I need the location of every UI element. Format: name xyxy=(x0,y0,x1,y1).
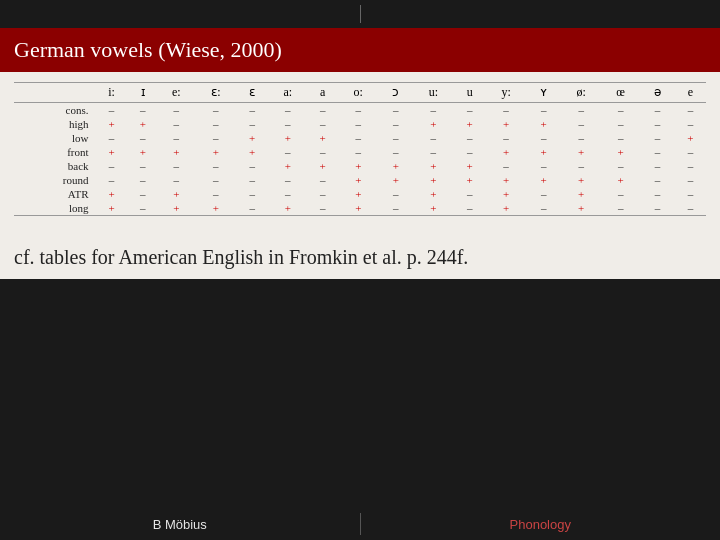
table-section: i:ɪe:ɛ:ɛa:ao:ɔu:uy:ʏø:œəe cons.–––––––––… xyxy=(0,72,720,226)
table-cell: + xyxy=(338,187,378,201)
table-cell: + xyxy=(413,173,453,187)
table-cell: – xyxy=(561,117,601,131)
table-cell: + xyxy=(486,145,526,159)
title-bar: German vowels (Wiese, 2000) xyxy=(0,28,720,72)
table-cell: – xyxy=(675,145,706,159)
table-cell: + xyxy=(601,173,640,187)
table-cell: + xyxy=(561,145,601,159)
table-cell: + xyxy=(453,173,486,187)
table-col-header: u: xyxy=(413,83,453,103)
table-row: back–––––++++++–––––– xyxy=(14,159,706,173)
table-row: high++–––––––++++–––– xyxy=(14,117,706,131)
table-cell: – xyxy=(157,159,196,173)
table-cell: – xyxy=(307,187,338,201)
table-cell: – xyxy=(526,159,561,173)
table-cell: + xyxy=(268,201,307,216)
table-cell: + xyxy=(268,131,307,145)
table-row: low––––+++–––––––––+ xyxy=(14,131,706,145)
table-cell: + xyxy=(236,131,269,145)
table-cell: – xyxy=(307,117,338,131)
table-cell: – xyxy=(236,103,269,118)
table-cell: + xyxy=(338,201,378,216)
table-cell: + xyxy=(157,187,196,201)
table-cell: + xyxy=(413,117,453,131)
table-cell: + xyxy=(196,145,236,159)
table-cell: – xyxy=(157,103,196,118)
row-label: ATR xyxy=(14,187,95,201)
table-cell: + xyxy=(268,159,307,173)
table-cell: – xyxy=(268,187,307,201)
table-cell: + xyxy=(196,201,236,216)
table-cell: – xyxy=(640,201,675,216)
row-label: round xyxy=(14,173,95,187)
top-bar xyxy=(0,0,720,28)
table-cell: + xyxy=(486,201,526,216)
table-cell: – xyxy=(129,131,157,145)
table-cell: – xyxy=(640,131,675,145)
table-cell: + xyxy=(378,159,413,173)
table-cell: + xyxy=(95,201,129,216)
table-cell: – xyxy=(601,131,640,145)
table-cell: – xyxy=(307,103,338,118)
table-cell: – xyxy=(95,131,129,145)
table-cell: + xyxy=(526,145,561,159)
table-cell: + xyxy=(129,117,157,131)
table-col-header: o: xyxy=(338,83,378,103)
table-col-header: a: xyxy=(268,83,307,103)
table-cell: – xyxy=(338,103,378,118)
table-col-header: ø: xyxy=(561,83,601,103)
table-cell: – xyxy=(196,103,236,118)
table-cell: – xyxy=(675,173,706,187)
table-cell: + xyxy=(338,159,378,173)
table-cell: + xyxy=(378,173,413,187)
table-cell: – xyxy=(640,159,675,173)
table-cell: – xyxy=(95,159,129,173)
table-cell: – xyxy=(129,187,157,201)
table-cell: – xyxy=(196,187,236,201)
table-cell: – xyxy=(640,187,675,201)
table-cell: – xyxy=(378,145,413,159)
row-label: low xyxy=(14,131,95,145)
table-cell: – xyxy=(413,131,453,145)
table-cell: – xyxy=(157,173,196,187)
table-row: long+–++–+–+–+–+–+––– xyxy=(14,201,706,216)
table-cell: – xyxy=(268,117,307,131)
table-cell: + xyxy=(95,117,129,131)
table-cell: – xyxy=(561,159,601,173)
table-cell: + xyxy=(486,117,526,131)
table-row: round–––––––++++++++–– xyxy=(14,173,706,187)
table-cell: + xyxy=(95,187,129,201)
table-col-header: ə xyxy=(640,83,675,103)
table-cell: – xyxy=(378,103,413,118)
table-cell: – xyxy=(95,103,129,118)
table-cell: + xyxy=(236,145,269,159)
table-cell: + xyxy=(526,117,561,131)
table-cell: – xyxy=(413,145,453,159)
table-cell: – xyxy=(675,187,706,201)
table-cell: – xyxy=(486,103,526,118)
table-cell: + xyxy=(486,187,526,201)
table-cell: + xyxy=(526,173,561,187)
table-col-header: œ xyxy=(601,83,640,103)
table-cell: + xyxy=(561,187,601,201)
footer-author-label: B Möbius xyxy=(153,517,207,532)
table-col-header: e xyxy=(675,83,706,103)
table-cell: – xyxy=(378,201,413,216)
page-title: German vowels (Wiese, 2000) xyxy=(14,37,282,63)
table-cell: – xyxy=(378,117,413,131)
table-cell: – xyxy=(196,159,236,173)
table-cell: – xyxy=(526,131,561,145)
table-cell: – xyxy=(196,173,236,187)
row-label: back xyxy=(14,159,95,173)
table-col-header: a xyxy=(307,83,338,103)
table-cell: + xyxy=(157,145,196,159)
table-cell: – xyxy=(268,145,307,159)
table-cell: – xyxy=(338,117,378,131)
table-cell: – xyxy=(601,103,640,118)
table-cell: + xyxy=(486,173,526,187)
table-cell: – xyxy=(675,103,706,118)
table-cell: – xyxy=(675,117,706,131)
table-col-header: y: xyxy=(486,83,526,103)
table-cell: – xyxy=(453,187,486,201)
table-cell: – xyxy=(157,131,196,145)
